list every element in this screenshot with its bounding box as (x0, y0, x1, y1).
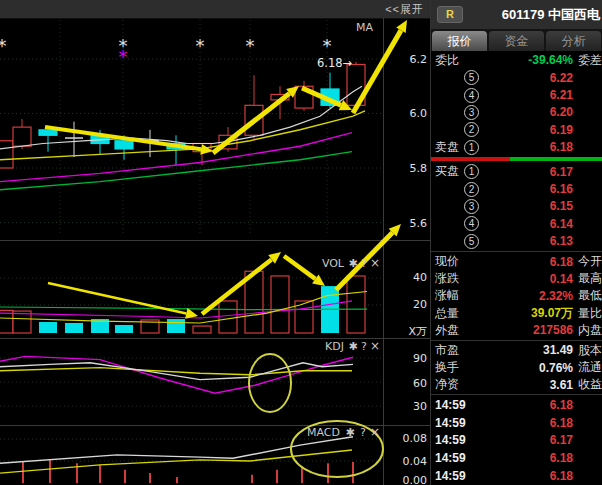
info-row: 总量39.07万量比 (431, 304, 602, 321)
trade-time: 14:59 (435, 398, 491, 412)
trade-tick-row[interactable]: 14:596.18 (431, 414, 602, 432)
macd-help-icon[interactable]: ? (360, 426, 366, 439)
info-value: 31.49 (487, 343, 573, 357)
svg-text:*: * (323, 35, 332, 56)
side-label: 买盘 (431, 163, 464, 180)
macd-close-icon[interactable]: × (370, 425, 380, 439)
vol-gear-icon[interactable]: ✱ (348, 257, 357, 270)
buy-level-row[interactable]: 56.13 (431, 233, 602, 250)
info-value: 217586 (487, 323, 573, 337)
trade-tick-row[interactable]: 14:596.18 (431, 396, 602, 414)
info-label: 涨幅 (435, 287, 487, 304)
macd-tick: 0.08 (403, 432, 428, 445)
section-divider (431, 251, 602, 252)
trade-tick-row[interactable]: 14:596.17 (431, 432, 602, 450)
kdj-tick: 30 (413, 400, 427, 413)
kdj-tick: 60 (413, 377, 427, 390)
trade-time: 14:59 (435, 433, 491, 447)
annotation-overlay: ****** (0, 20, 407, 477)
quote-tabs: 报价 资金 分析 (431, 29, 602, 51)
side-label: 卖盘 (431, 139, 464, 156)
sell-level-row[interactable]: 46.21 (431, 86, 602, 103)
kdj-close-icon[interactable]: × (370, 339, 380, 353)
info-label: 涨跌 (435, 270, 487, 287)
ask-ratio-segment (431, 157, 510, 161)
macd-tick: 0.00 (403, 474, 428, 485)
buy-price: 6.15 (479, 199, 602, 213)
trade-time: 14:59 (435, 451, 491, 465)
price-tag-6.18: 6.18→ (317, 56, 353, 70)
weicha-label: 委差 (578, 52, 602, 69)
r-badge[interactable]: R (437, 6, 463, 23)
tab-quote[interactable]: 报价 (432, 31, 487, 51)
ma-label: MA (356, 21, 373, 34)
level-circle: 1 (464, 164, 479, 179)
vol-close-icon[interactable]: × (370, 256, 380, 270)
sell-price: 6.22 (479, 71, 602, 85)
info-row: 外盘217586内盘 (431, 322, 602, 339)
info-label: 净资 (435, 376, 487, 393)
info-label: 总量 (435, 305, 487, 322)
volume-unit: X万 (408, 325, 427, 338)
level-circle: 3 (464, 199, 479, 214)
volume-bars (0, 271, 367, 333)
macd-gear-icon[interactable]: ✱ (345, 426, 354, 439)
info-label: 市盈 (435, 342, 487, 359)
buy-level-row[interactable]: 买盘16.17 (431, 163, 602, 180)
sell-level-row[interactable]: 36.20 (431, 104, 602, 121)
kdj-pane-label: KDJ (325, 340, 344, 353)
sell-price: 6.18 (479, 140, 602, 154)
info-label: 现价 (435, 253, 487, 270)
vol-help-icon[interactable]: ? (361, 257, 367, 270)
quote-panel-header: R 601179 中国西电 (431, 0, 602, 29)
sell-level-row[interactable]: 卖盘16.18 (431, 139, 602, 156)
info-label2: 今开 (578, 253, 602, 270)
bid-ratio-segment (510, 157, 602, 161)
kdj-gear-icon[interactable]: ✱ (348, 340, 357, 353)
info-row: 现价6.18今开 (431, 253, 602, 270)
trade-tick-row[interactable]: 14:596.18 (431, 467, 602, 485)
stock-title: 601179 中国西电 (463, 6, 600, 24)
level-circle: 4 (464, 88, 479, 103)
sell-level-row[interactable]: 26.19 (431, 121, 602, 138)
buy-level-row[interactable]: 36.15 (431, 198, 602, 215)
sell-level-row[interactable]: 56.22 (431, 69, 602, 86)
level-circle: 5 (464, 70, 479, 85)
buy-price: 6.16 (479, 182, 602, 196)
kline-chart: ****** MA VOL ✱ ? × KDJ ✱ ? × MACD ✱ ? ×… (0, 0, 430, 485)
info-label2: 量比 (578, 305, 602, 322)
bid-ask-ratio-bar (431, 156, 602, 163)
kdj-tick: 90 (413, 352, 427, 365)
kdj-lines (0, 356, 353, 393)
level-circle: 1 (464, 140, 479, 155)
macd-lines (0, 437, 353, 483)
svg-text:*: * (119, 46, 128, 67)
price-tick: 5.8 (410, 162, 428, 175)
buy-level-row[interactable]: 46.14 (431, 215, 602, 232)
buy-price: 6.14 (479, 217, 602, 231)
info-value: 3.61 (487, 378, 573, 392)
info-label2: 内盘 (578, 322, 602, 339)
trade-price: 6.17 (491, 433, 602, 447)
macd-tick: 0.04 (403, 455, 428, 468)
info-label: 换手 (435, 359, 487, 376)
tab-funds[interactable]: 资金 (489, 31, 544, 51)
buy-price: 6.17 (479, 165, 602, 179)
tab-analysis[interactable]: 分析 (546, 31, 601, 51)
info-value: 6.18 (487, 255, 573, 269)
kdj-help-icon[interactable]: ? (361, 340, 367, 353)
trade-price: 6.18 (491, 451, 602, 465)
info-row: 市盈31.49股本 (431, 342, 602, 359)
trade-time: 14:59 (435, 416, 491, 430)
price-tick: 6.2 (410, 53, 428, 66)
svg-text:*: * (196, 35, 205, 56)
trade-price: 6.18 (491, 398, 602, 412)
sell-price: 6.19 (479, 123, 602, 137)
buy-level-row[interactable]: 26.16 (431, 180, 602, 197)
level-circle: 3 (464, 105, 479, 120)
volume-tick: 20 (413, 298, 427, 311)
trade-tick-row[interactable]: 14:596.18 (431, 449, 602, 467)
section-divider (431, 394, 602, 395)
level-circle: 5 (464, 234, 479, 249)
info-value: 0.76% (487, 361, 573, 375)
